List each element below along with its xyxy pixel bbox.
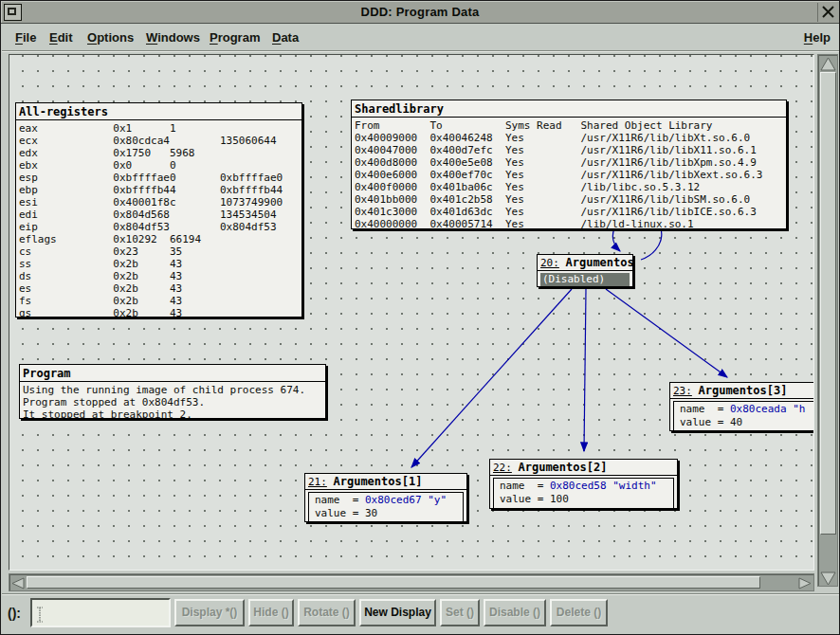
node-23-argumentos-3[interactable]: 23: Argumentos[3] name = 0x80ceada "hval… xyxy=(669,382,814,431)
edge-20-to-22 xyxy=(584,289,586,451)
node-23-title: 23: Argumentos[3] xyxy=(670,383,814,399)
node-22-struct[interactable]: name = 0x80ced58 "width"value = 100 xyxy=(493,478,674,509)
new-display-button[interactable]: New Display xyxy=(359,599,436,626)
text-cursor-icon xyxy=(36,607,44,623)
menu-data[interactable]: Data xyxy=(272,30,299,45)
menu-file[interactable]: File xyxy=(15,30,36,45)
rotate-button[interactable]: Rotate () xyxy=(298,599,356,626)
node-22-id[interactable]: 22: xyxy=(493,462,512,474)
argument-toolbar: (): Display *() Hide () Rotate () New Di… xyxy=(2,593,840,635)
node-22-name-value: 0x80ced58 "width" xyxy=(550,480,657,492)
menu-options[interactable]: Options xyxy=(87,30,134,45)
all-registers-rows: eax 0x1 1 ecx 0x80cdca4 135060644 edx 0x… xyxy=(16,120,301,320)
sharedlibrary-display[interactable]: Sharedlibrary From To Syms Read Shared O… xyxy=(351,100,787,229)
vertical-scroll-thumb[interactable] xyxy=(820,72,836,535)
sharedlibrary-title: Sharedlibrary xyxy=(352,100,786,118)
program-status-lines: Using the running image of child process… xyxy=(20,382,325,422)
argument-input[interactable] xyxy=(30,598,171,627)
node-23-name-value: 0x80ceada "h xyxy=(730,403,805,415)
menu-help[interactable]: Help xyxy=(804,30,831,45)
node-23-value-label: value = xyxy=(680,416,730,428)
edge-20-to-21 xyxy=(411,289,572,467)
node-21-id[interactable]: 21: xyxy=(308,476,327,488)
node-22-title: 22: Argumentos[2] xyxy=(490,460,677,476)
all-registers-display[interactable]: All-registers eax 0x1 1 ecx 0x80cdca4 13… xyxy=(15,102,302,318)
node-20-argumentos[interactable]: 20: Argumentos (Disabled) xyxy=(537,254,633,287)
display-button[interactable]: Display *() xyxy=(174,599,245,626)
menu-windows[interactable]: Windows xyxy=(146,30,200,45)
node-20-title: 20: Argumentos xyxy=(538,255,632,271)
node-21-title: 21: Argumentos[1] xyxy=(305,474,466,490)
node-23-id[interactable]: 23: xyxy=(673,385,692,397)
set-button[interactable]: Set () xyxy=(440,599,480,626)
scroll-up-button[interactable] xyxy=(820,57,836,71)
argument-prompt: (): xyxy=(8,606,21,621)
node-22-value-value: 100 xyxy=(550,493,569,505)
delete-button[interactable]: Delete () xyxy=(550,599,608,626)
scroll-right-button[interactable] xyxy=(798,576,812,593)
node-23-value-value: 40 xyxy=(730,416,742,428)
menu-edit[interactable]: Edit xyxy=(49,30,73,45)
ddd-program-data-window: DDD: Program Data File Edit Options Wind… xyxy=(0,0,840,635)
node-20-id[interactable]: 20: xyxy=(540,257,559,269)
node-21-struct[interactable]: name = 0x80ced67 "y"value = 30 xyxy=(308,492,464,523)
node-23-struct[interactable]: name = 0x80ceada "hvalue = 40 xyxy=(673,401,814,432)
vertical-scrollbar[interactable] xyxy=(817,54,838,587)
horizontal-scroll-thumb[interactable] xyxy=(27,576,760,589)
sharedlibrary-rows: From To Syms Read Shared Object Library … xyxy=(352,118,786,231)
close-button[interactable] xyxy=(817,3,837,22)
close-icon xyxy=(821,5,835,19)
disable-button[interactable]: Disable () xyxy=(484,599,546,626)
right-arrow-icon xyxy=(798,577,812,590)
titlebar: DDD: Program Data xyxy=(1,1,839,24)
all-registers-title: All-registers xyxy=(16,103,301,120)
edge-20-to-23 xyxy=(606,289,727,377)
scroll-left-button[interactable] xyxy=(11,576,25,593)
hide-button[interactable]: Hide () xyxy=(248,599,294,626)
node-21-argumentos-1[interactable]: 21: Argumentos[1] name = 0x80ced67 "y"va… xyxy=(304,473,467,522)
menu-program[interactable]: Program xyxy=(210,30,260,45)
data-display-canvas[interactable]: All-registers eax 0x1 1 ecx 0x80cdca4 13… xyxy=(9,54,814,571)
node-21-name-label: name = xyxy=(315,494,365,506)
node-21-name-value: 0x80ced67 "y" xyxy=(365,494,447,506)
program-status-title: Program xyxy=(20,365,325,382)
node-23-name-label: name = xyxy=(680,403,730,415)
up-arrow-icon xyxy=(820,57,836,71)
node-22-value-label: value = xyxy=(500,493,550,505)
down-arrow-icon xyxy=(820,572,836,586)
node-22-name-label: name = xyxy=(500,480,550,492)
scroll-down-button[interactable] xyxy=(820,572,836,586)
horizontal-scrollbar[interactable] xyxy=(9,573,814,591)
menubar: File Edit Options Windows Program Data H… xyxy=(2,25,840,51)
node-21-value-value: 30 xyxy=(365,507,377,519)
node-22-argumentos-2[interactable]: 22: Argumentos[2] name = 0x80ced58 "widt… xyxy=(489,459,678,509)
node-20-disabled-badge[interactable]: (Disabled) xyxy=(540,273,630,286)
node-21-value-label: value = xyxy=(315,507,365,519)
left-arrow-icon xyxy=(11,577,25,590)
program-status-display[interactable]: Program Using the running image of child… xyxy=(19,364,326,419)
window-title: DDD: Program Data xyxy=(1,5,839,19)
